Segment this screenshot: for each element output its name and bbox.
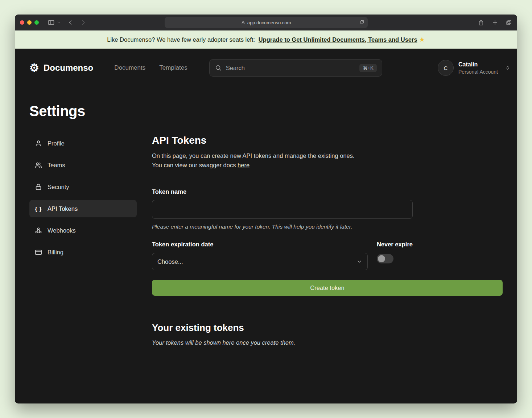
top-nav: Documents Templates — [114, 64, 187, 71]
divider — [152, 178, 503, 178]
sidebar-item-label: API Tokens — [48, 205, 78, 212]
sidebar-item-label: Security — [48, 184, 69, 190]
sidebar-item-label: Profile — [48, 140, 65, 147]
sidebar-item-label: Webhooks — [48, 227, 76, 234]
token-expiration-label: Token expiration date — [152, 241, 368, 248]
address-bar[interactable]: app.documenso.com — [165, 17, 368, 28]
search-label: Search — [226, 65, 245, 71]
chevron-down-icon — [356, 259, 362, 265]
section-title: API Tokens — [152, 135, 503, 146]
braces-icon: { } — [34, 206, 42, 212]
promo-banner: Like Documenso? We have few early adopte… — [15, 30, 517, 49]
star-icon: ★ — [419, 36, 425, 44]
traffic-lights — [20, 20, 39, 25]
credit-card-icon — [34, 248, 42, 256]
user-account-type: Personal Account — [458, 69, 498, 75]
sidebar-item-billing[interactable]: Billing — [29, 243, 137, 261]
page-title: Settings — [29, 103, 503, 119]
browser-window: app.documenso.com Like Documenso? We hav… — [15, 15, 517, 403]
existing-tokens-title: Your existing tokens — [152, 322, 503, 333]
create-token-button[interactable]: Create token — [152, 280, 503, 296]
sidebar-item-security[interactable]: Security — [29, 178, 137, 196]
banner-text: Like Documenso? We have few early adopte… — [107, 36, 256, 43]
existing-tokens-empty-message: Your tokens will be shown here once you … — [152, 339, 503, 346]
user-name: Catalin — [458, 61, 498, 68]
token-name-helper: Please enter a meaningful name for your … — [152, 224, 413, 230]
never-expire-toggle[interactable] — [377, 254, 393, 263]
search-input[interactable]: Search ⌘+K — [209, 59, 382, 77]
brand-name: Documenso — [44, 63, 93, 73]
expiration-selected-value: Choose... — [157, 258, 183, 265]
app-page: ⚙ Documenso Documents Templates Search ⌘… — [15, 49, 517, 403]
never-expire-label: Never expire — [377, 241, 413, 248]
toggle-knob — [378, 255, 385, 262]
brand[interactable]: ⚙ Documenso — [29, 62, 93, 73]
browser-toolbar: app.documenso.com — [15, 15, 517, 30]
search-shortcut-badge: ⌘+K — [359, 64, 376, 72]
expiration-select[interactable]: Choose... — [152, 253, 368, 270]
minimize-window-button[interactable] — [27, 20, 32, 25]
documenso-logo-icon: ⚙ — [29, 62, 39, 73]
url-text: app.documenso.com — [247, 20, 291, 25]
sidebar-dropdown-chevron-icon[interactable] — [57, 21, 61, 24]
sidebar-toggle-icon[interactable] — [48, 19, 55, 26]
users-icon — [34, 161, 42, 169]
search-icon — [215, 64, 222, 71]
api-tokens-panel: API Tokens On this page, you can create … — [152, 135, 503, 346]
lock-icon — [34, 183, 42, 191]
sidebar-item-label: Teams — [48, 162, 65, 169]
user-menu[interactable]: C Catalin Personal Account — [438, 60, 511, 76]
sidebar-item-webhooks[interactable]: Webhooks — [29, 222, 137, 239]
sidebar-item-teams[interactable]: Teams — [29, 156, 137, 174]
settings-sidebar: Profile Teams Security { } API Token — [29, 135, 137, 346]
sidebar-item-profile[interactable]: Profile — [29, 135, 137, 152]
user-icon — [34, 139, 42, 147]
forward-button-icon[interactable] — [80, 19, 87, 26]
lock-icon — [241, 21, 245, 25]
chevron-up-down-icon — [505, 65, 511, 71]
share-icon[interactable] — [478, 19, 484, 26]
token-name-label: Token name — [152, 188, 413, 195]
new-tab-icon[interactable] — [492, 19, 498, 26]
tab-overview-icon[interactable] — [506, 19, 512, 26]
divider — [152, 309, 503, 309]
zoom-window-button[interactable] — [34, 20, 39, 25]
nav-documents[interactable]: Documents — [114, 64, 145, 71]
sidebar-item-label: Billing — [48, 249, 63, 256]
webhook-icon — [34, 226, 42, 234]
sidebar-item-api-tokens[interactable]: { } API Tokens — [29, 200, 137, 217]
token-name-input[interactable] — [152, 200, 413, 219]
swagger-docs-link[interactable]: here — [238, 162, 249, 168]
close-window-button[interactable] — [20, 20, 24, 25]
back-button-icon[interactable] — [67, 19, 74, 26]
nav-templates[interactable]: Templates — [159, 64, 187, 71]
upgrade-link[interactable]: Upgrade to Get Unlimited Documents, Team… — [259, 36, 417, 43]
section-description: On this page, you can create new API tok… — [152, 151, 503, 170]
refresh-icon[interactable] — [359, 20, 364, 25]
app-header: ⚙ Documenso Documents Templates Search ⌘… — [29, 49, 511, 87]
avatar: C — [438, 60, 454, 76]
